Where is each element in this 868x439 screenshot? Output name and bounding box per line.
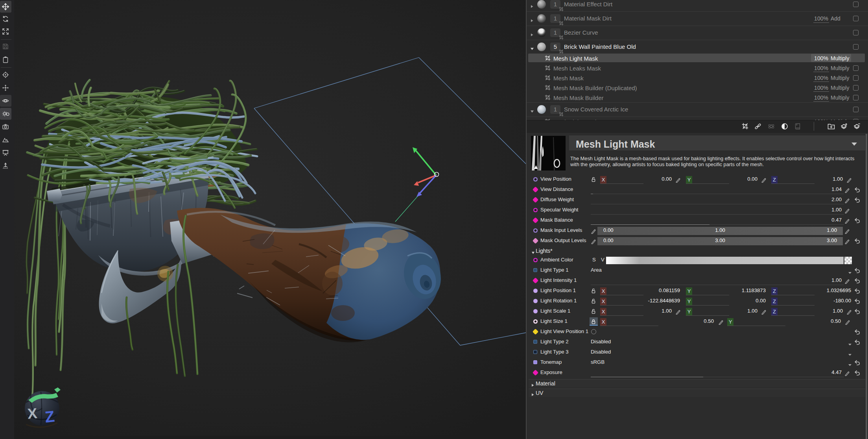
svg-text:Z: Z (44, 408, 55, 426)
svg-text:X: X (27, 405, 38, 422)
